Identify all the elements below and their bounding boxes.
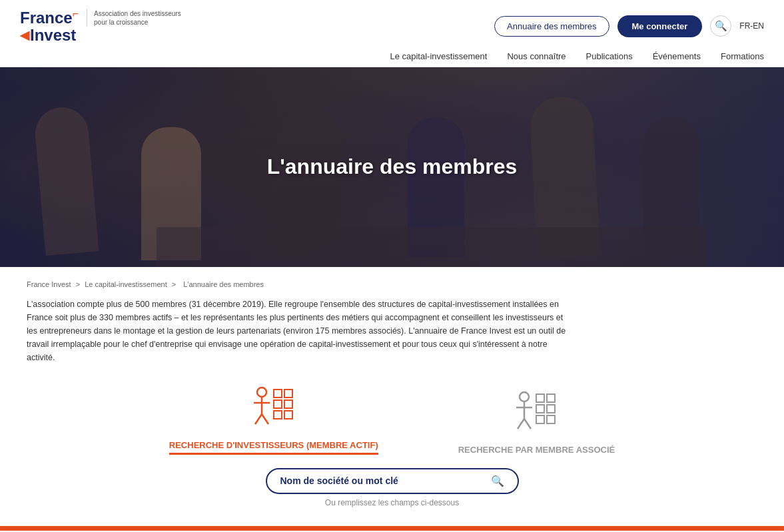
nav-formations[interactable]: Formations <box>721 51 764 61</box>
breadcrumb-sep-1: > <box>76 280 82 288</box>
main-content: France Invest > Le capital-investissemen… <box>0 267 784 519</box>
annuaire-button[interactable]: Annuaire des membres <box>494 16 609 37</box>
breadcrumb-current: L'annuaire des membres <box>183 280 264 288</box>
tab-associe-icon <box>510 389 563 438</box>
nav-capital[interactable]: Le capital-investissement <box>390 51 487 61</box>
tab-investisseurs[interactable]: RECHERCHE D'INVESTISSEURS (MEMBRE ACTIF) <box>169 384 378 455</box>
search-icon[interactable]: 🔍 <box>710 15 731 37</box>
tab-investisseurs-label: RECHERCHE D'INVESTISSEURS (MEMBRE ACTIF) <box>169 440 378 455</box>
breadcrumb-home[interactable]: France Invest <box>27 280 71 288</box>
description-text: L'association compte plus de 500 membres… <box>27 298 573 364</box>
nav-evenements[interactable]: Événements <box>653 51 701 61</box>
svg-line-3 <box>262 414 268 424</box>
breadcrumb: France Invest > Le capital-investissemen… <box>27 280 757 288</box>
connecter-button[interactable]: Me connecter <box>617 15 703 37</box>
svg-rect-18 <box>536 405 544 413</box>
logo-tagline: Association des investisseurs pour la cr… <box>87 9 193 27</box>
svg-line-13 <box>518 419 524 429</box>
lang-switcher[interactable]: FR-EN <box>739 21 764 31</box>
svg-line-14 <box>524 419 531 429</box>
hero-section: L'annuaire des membres <box>0 67 784 267</box>
svg-rect-9 <box>274 411 282 419</box>
filter-bar: Type d'investissement ▼ Montant recherch… <box>0 529 784 532</box>
or-text: Ou remplissez les champs ci-dessous <box>325 498 459 507</box>
breadcrumb-sep-2: > <box>172 280 178 288</box>
main-nav: Le capital-investissement Nous connaître… <box>390 51 764 67</box>
search-container: 🔍 <box>266 468 519 494</box>
tab-investisseurs-icon <box>247 384 300 433</box>
tab-associe[interactable]: RECHERCHE PAR MEMBRE ASSOCIÉ <box>458 389 615 455</box>
svg-rect-5 <box>274 390 282 398</box>
header: France⌐ ◀Invest Association des investis… <box>0 0 784 67</box>
logo-france: France⌐ <box>20 8 79 27</box>
logo-area: France⌐ ◀Invest Association des investis… <box>20 8 193 45</box>
svg-point-11 <box>520 392 529 401</box>
svg-rect-6 <box>284 390 292 398</box>
logo[interactable]: France⌐ ◀Invest Association des investis… <box>20 8 193 45</box>
svg-rect-19 <box>547 405 555 413</box>
search-tabs: RECHERCHE D'INVESTISSEURS (MEMBRE ACTIF) <box>27 384 757 455</box>
breadcrumb-capital[interactable]: Le capital-investissement <box>85 280 167 288</box>
svg-rect-8 <box>284 400 292 408</box>
header-top: France⌐ ◀Invest Association des investis… <box>20 8 764 51</box>
svg-rect-20 <box>536 415 544 423</box>
tab-associe-label: RECHERCHE PAR MEMBRE ASSOCIÉ <box>458 445 615 455</box>
search-submit-icon[interactable]: 🔍 <box>491 475 504 487</box>
search-bar-wrap: 🔍 Ou remplissez les champs ci-dessous <box>27 468 757 507</box>
logo-invest: ◀Invest <box>20 27 79 44</box>
hero-title: L'annuaire des membres <box>267 154 518 179</box>
header-actions: Annuaire des membres Me connecter 🔍 FR-E… <box>494 15 764 37</box>
svg-line-2 <box>255 414 262 424</box>
nav-publications[interactable]: Publications <box>586 51 633 61</box>
svg-rect-7 <box>274 400 282 408</box>
search-input[interactable] <box>280 475 491 486</box>
svg-rect-21 <box>547 415 555 423</box>
svg-rect-10 <box>284 411 292 419</box>
svg-rect-16 <box>536 394 544 402</box>
svg-rect-17 <box>547 394 555 402</box>
svg-point-0 <box>257 388 266 397</box>
nav-connaitre[interactable]: Nous connaître <box>507 51 566 61</box>
